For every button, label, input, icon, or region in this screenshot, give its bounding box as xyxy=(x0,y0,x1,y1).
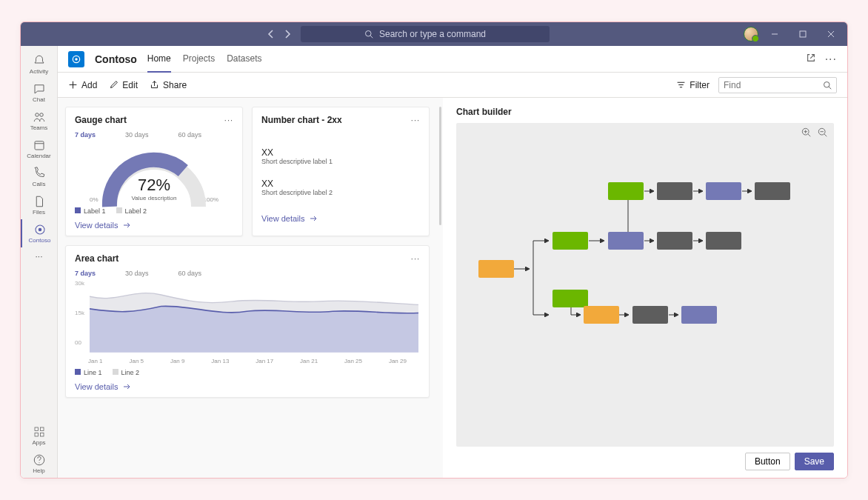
number-card: Number chart - 2xx··· XX Short descripti… xyxy=(252,107,430,236)
number-value-2: XX xyxy=(261,179,420,189)
flow-node[interactable] xyxy=(657,232,692,250)
gauge-chart: 72% Value description xyxy=(95,140,213,207)
area-title: Area chart xyxy=(75,253,118,264)
find-input[interactable] xyxy=(718,77,837,93)
area-range-60[interactable]: 60 days xyxy=(178,270,202,277)
flow-node[interactable] xyxy=(552,232,588,250)
svg-point-12 xyxy=(39,462,39,463)
window-close[interactable] xyxy=(819,22,843,46)
area-card: Area chart··· 7 days 30 days 60 days 30k… xyxy=(65,245,430,398)
svg-point-14 xyxy=(75,58,78,61)
app-window: Search or type a command Activity Chat T… xyxy=(20,21,848,479)
filter-button[interactable]: Filter xyxy=(676,80,710,90)
rail-calendar[interactable]: Calendar xyxy=(21,135,58,163)
rail-activity[interactable]: Activity xyxy=(21,50,58,79)
svg-point-0 xyxy=(365,31,371,37)
flow-node[interactable] xyxy=(706,182,741,200)
svg-rect-7 xyxy=(35,427,39,431)
popout-icon[interactable] xyxy=(806,53,816,66)
nav-back-icon[interactable] xyxy=(265,28,277,40)
rail-files[interactable]: Files xyxy=(21,191,58,219)
number-title: Number chart - 2xx xyxy=(261,115,342,125)
gauge-value: 72% xyxy=(95,176,213,195)
range-60days[interactable]: 60 days xyxy=(178,131,202,139)
area-more-icon[interactable]: ··· xyxy=(411,254,420,263)
area-range-7[interactable]: 7 days xyxy=(75,270,96,277)
rail-chat[interactable]: Chat xyxy=(21,79,58,107)
range-7days[interactable]: 7 days xyxy=(75,131,96,139)
flow-node[interactable] xyxy=(608,182,644,200)
range-30days[interactable]: 30 days xyxy=(125,131,149,139)
flow-node[interactable] xyxy=(681,306,717,324)
number-label-2: Short descriptive label 2 xyxy=(261,189,420,196)
window-minimize[interactable] xyxy=(763,22,787,46)
flow-node[interactable] xyxy=(478,260,514,278)
flow-node[interactable] xyxy=(632,306,668,324)
svg-rect-8 xyxy=(40,427,44,431)
number-label-1: Short descriptive label 1 xyxy=(261,158,420,165)
svg-rect-1 xyxy=(800,31,806,37)
rail-more[interactable]: ··· xyxy=(21,247,58,265)
tab-home[interactable]: Home xyxy=(147,46,171,73)
gauge-desc: Value description xyxy=(95,195,213,201)
area-legend-2: Line 2 xyxy=(113,369,140,376)
flow-node[interactable] xyxy=(584,306,619,324)
tab-projects[interactable]: Projects xyxy=(183,46,215,73)
svg-point-15 xyxy=(824,81,830,87)
svg-point-6 xyxy=(38,228,41,232)
area-chart: 30k 15k 00 xyxy=(75,280,420,358)
flow-node[interactable] xyxy=(755,182,790,200)
save-button[interactable]: Save xyxy=(795,453,834,470)
area-legend-1: Line 1 xyxy=(75,369,102,376)
search-icon xyxy=(823,81,832,90)
flow-node[interactable] xyxy=(706,232,741,250)
svg-rect-10 xyxy=(40,433,44,437)
toolbar: Add Edit Share Filter xyxy=(58,73,847,98)
svg-rect-4 xyxy=(35,141,44,150)
header-more-icon[interactable]: ··· xyxy=(825,53,837,66)
dashboard-panel: Gauge chart··· 7 days 30 days 60 days xyxy=(58,98,443,478)
titlebar: Search or type a command xyxy=(21,22,847,46)
area-range-30[interactable]: 30 days xyxy=(125,270,149,277)
flow-node[interactable] xyxy=(608,232,644,250)
add-button[interactable]: Add xyxy=(68,80,97,90)
app-logo-icon xyxy=(68,51,84,67)
app-header: Contoso Home Projects Datasets ··· xyxy=(58,46,847,73)
rail-teams[interactable]: Teams xyxy=(21,107,58,135)
rail-help[interactable]: Help xyxy=(21,450,58,478)
window-maximize[interactable] xyxy=(791,22,815,46)
app-name: Contoso xyxy=(95,53,137,65)
gauge-more-icon[interactable]: ··· xyxy=(224,116,233,124)
rail-calls[interactable]: Calls xyxy=(21,163,58,191)
find-field[interactable] xyxy=(724,80,812,90)
gauge-view-details[interactable]: View details xyxy=(75,221,233,230)
number-more-icon[interactable]: ··· xyxy=(411,116,420,124)
number-view-details[interactable]: View details xyxy=(261,214,420,223)
app-rail: Activity Chat Teams Calendar Calls Files… xyxy=(21,46,58,478)
nav-forward-icon[interactable] xyxy=(281,28,293,40)
flow-node[interactable] xyxy=(552,290,588,307)
gauge-title: Gauge chart xyxy=(75,115,127,125)
number-value-1: XX xyxy=(261,147,420,158)
chart-builder-panel: Chart builder xyxy=(443,98,847,478)
builder-canvas[interactable] xyxy=(456,123,834,447)
edit-button[interactable]: Edit xyxy=(109,80,138,90)
builder-button[interactable]: Button xyxy=(745,453,790,470)
command-search[interactable]: Search or type a command xyxy=(301,26,550,42)
search-icon xyxy=(364,30,373,39)
flow-node[interactable] xyxy=(657,182,692,200)
svg-rect-9 xyxy=(35,433,39,437)
avatar[interactable] xyxy=(744,27,758,41)
area-view-details[interactable]: View details xyxy=(75,382,420,391)
share-button[interactable]: Share xyxy=(150,80,187,90)
search-placeholder: Search or type a command xyxy=(379,29,486,39)
svg-point-3 xyxy=(39,113,43,117)
main-pane: Contoso Home Projects Datasets ··· Add E… xyxy=(58,46,847,478)
svg-point-2 xyxy=(35,113,39,117)
rail-apps[interactable]: Apps xyxy=(21,421,58,450)
tab-datasets[interactable]: Datasets xyxy=(227,46,261,73)
rail-contoso[interactable]: Contoso xyxy=(21,219,58,247)
builder-title: Chart builder xyxy=(456,107,834,117)
gauge-card: Gauge chart··· 7 days 30 days 60 days xyxy=(65,107,243,236)
